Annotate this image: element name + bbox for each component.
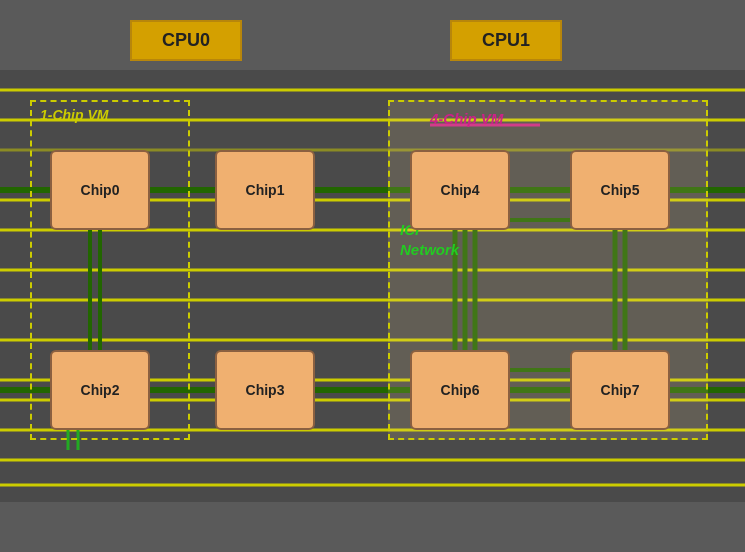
cpu0-label: CPU0 bbox=[130, 20, 242, 61]
chip0: Chip0 bbox=[50, 150, 150, 230]
top-bar bbox=[0, 0, 745, 70]
chip4: Chip4 bbox=[410, 150, 510, 230]
content-area: 1-Chip VM ICINetwork 4-Chip VM Chip0 Chi… bbox=[0, 70, 745, 502]
chips-label: 4-Chip VM bbox=[430, 110, 503, 127]
chip5: Chip5 bbox=[570, 150, 670, 230]
chip3: Chip3 bbox=[215, 350, 315, 430]
vm-label: 1-Chip VM bbox=[40, 107, 108, 123]
main-container: CPU0 CPU1 bbox=[0, 0, 745, 552]
chip7: Chip7 bbox=[570, 350, 670, 430]
chip6: Chip6 bbox=[410, 350, 510, 430]
cpu1-label: CPU1 bbox=[450, 20, 562, 61]
chip1: Chip1 bbox=[215, 150, 315, 230]
chip2: Chip2 bbox=[50, 350, 150, 430]
